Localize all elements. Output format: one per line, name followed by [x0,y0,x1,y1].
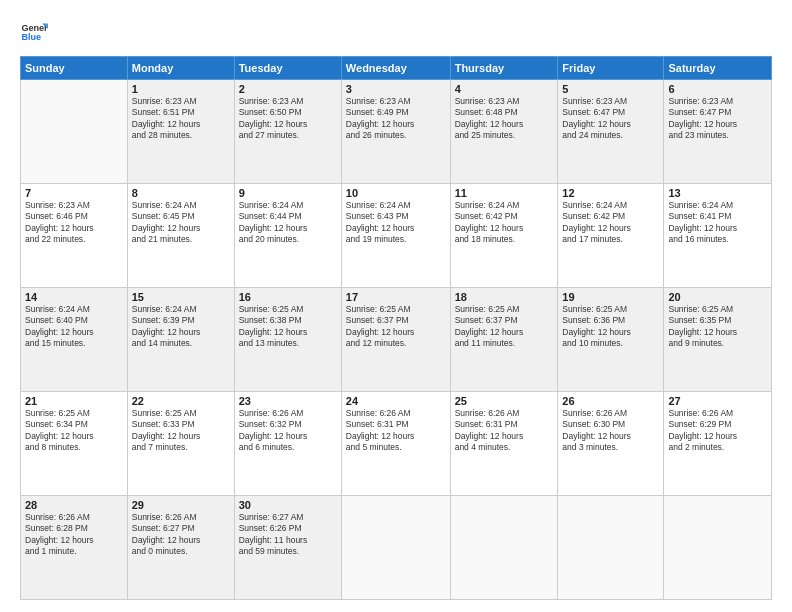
calendar-cell: 12Sunrise: 6:24 AMSunset: 6:42 PMDayligh… [558,184,664,288]
day-number: 27 [668,395,767,407]
calendar-cell [664,496,772,600]
day-info: Sunrise: 6:23 AMSunset: 6:50 PMDaylight:… [239,96,337,142]
day-info: Sunrise: 6:24 AMSunset: 6:44 PMDaylight:… [239,200,337,246]
calendar-cell: 18Sunrise: 6:25 AMSunset: 6:37 PMDayligh… [450,288,558,392]
calendar-cell [558,496,664,600]
calendar-cell: 16Sunrise: 6:25 AMSunset: 6:38 PMDayligh… [234,288,341,392]
week-row-3: 14Sunrise: 6:24 AMSunset: 6:40 PMDayligh… [21,288,772,392]
calendar-cell [341,496,450,600]
day-info: Sunrise: 6:24 AMSunset: 6:39 PMDaylight:… [132,304,230,350]
day-info: Sunrise: 6:27 AMSunset: 6:26 PMDaylight:… [239,512,337,558]
day-number: 8 [132,187,230,199]
calendar-cell: 1Sunrise: 6:23 AMSunset: 6:51 PMDaylight… [127,80,234,184]
day-info: Sunrise: 6:26 AMSunset: 6:28 PMDaylight:… [25,512,123,558]
calendar-cell: 30Sunrise: 6:27 AMSunset: 6:26 PMDayligh… [234,496,341,600]
calendar-cell: 19Sunrise: 6:25 AMSunset: 6:36 PMDayligh… [558,288,664,392]
day-info: Sunrise: 6:24 AMSunset: 6:42 PMDaylight:… [455,200,554,246]
day-number: 9 [239,187,337,199]
calendar-cell: 9Sunrise: 6:24 AMSunset: 6:44 PMDaylight… [234,184,341,288]
day-info: Sunrise: 6:25 AMSunset: 6:37 PMDaylight:… [455,304,554,350]
day-info: Sunrise: 6:26 AMSunset: 6:29 PMDaylight:… [668,408,767,454]
calendar-cell: 24Sunrise: 6:26 AMSunset: 6:31 PMDayligh… [341,392,450,496]
day-number: 19 [562,291,659,303]
day-number: 16 [239,291,337,303]
col-header-sunday: Sunday [21,57,128,80]
day-number: 12 [562,187,659,199]
page-header: General Blue [20,18,772,46]
svg-text:Blue: Blue [21,32,41,42]
day-number: 18 [455,291,554,303]
day-info: Sunrise: 6:25 AMSunset: 6:34 PMDaylight:… [25,408,123,454]
day-number: 22 [132,395,230,407]
calendar-cell: 25Sunrise: 6:26 AMSunset: 6:31 PMDayligh… [450,392,558,496]
day-info: Sunrise: 6:26 AMSunset: 6:32 PMDaylight:… [239,408,337,454]
calendar-cell: 6Sunrise: 6:23 AMSunset: 6:47 PMDaylight… [664,80,772,184]
col-header-thursday: Thursday [450,57,558,80]
day-info: Sunrise: 6:26 AMSunset: 6:27 PMDaylight:… [132,512,230,558]
day-number: 29 [132,499,230,511]
day-info: Sunrise: 6:25 AMSunset: 6:33 PMDaylight:… [132,408,230,454]
day-number: 15 [132,291,230,303]
col-header-monday: Monday [127,57,234,80]
day-info: Sunrise: 6:23 AMSunset: 6:49 PMDaylight:… [346,96,446,142]
day-info: Sunrise: 6:23 AMSunset: 6:51 PMDaylight:… [132,96,230,142]
day-number: 23 [239,395,337,407]
calendar-cell: 21Sunrise: 6:25 AMSunset: 6:34 PMDayligh… [21,392,128,496]
calendar-header: SundayMondayTuesdayWednesdayThursdayFrid… [21,57,772,80]
day-number: 3 [346,83,446,95]
logo-icon: General Blue [20,18,48,46]
col-header-wednesday: Wednesday [341,57,450,80]
day-info: Sunrise: 6:24 AMSunset: 6:40 PMDaylight:… [25,304,123,350]
day-number: 17 [346,291,446,303]
week-row-4: 21Sunrise: 6:25 AMSunset: 6:34 PMDayligh… [21,392,772,496]
col-header-tuesday: Tuesday [234,57,341,80]
day-info: Sunrise: 6:26 AMSunset: 6:31 PMDaylight:… [346,408,446,454]
day-info: Sunrise: 6:24 AMSunset: 6:45 PMDaylight:… [132,200,230,246]
calendar-cell: 2Sunrise: 6:23 AMSunset: 6:50 PMDaylight… [234,80,341,184]
col-header-saturday: Saturday [664,57,772,80]
calendar-cell: 10Sunrise: 6:24 AMSunset: 6:43 PMDayligh… [341,184,450,288]
day-number: 26 [562,395,659,407]
day-info: Sunrise: 6:24 AMSunset: 6:43 PMDaylight:… [346,200,446,246]
day-number: 24 [346,395,446,407]
week-row-5: 28Sunrise: 6:26 AMSunset: 6:28 PMDayligh… [21,496,772,600]
calendar-cell: 7Sunrise: 6:23 AMSunset: 6:46 PMDaylight… [21,184,128,288]
calendar-cell: 4Sunrise: 6:23 AMSunset: 6:48 PMDaylight… [450,80,558,184]
day-number: 1 [132,83,230,95]
calendar-cell: 15Sunrise: 6:24 AMSunset: 6:39 PMDayligh… [127,288,234,392]
calendar-cell: 22Sunrise: 6:25 AMSunset: 6:33 PMDayligh… [127,392,234,496]
day-number: 7 [25,187,123,199]
calendar-cell: 11Sunrise: 6:24 AMSunset: 6:42 PMDayligh… [450,184,558,288]
day-info: Sunrise: 6:23 AMSunset: 6:46 PMDaylight:… [25,200,123,246]
calendar-cell: 26Sunrise: 6:26 AMSunset: 6:30 PMDayligh… [558,392,664,496]
calendar-cell: 27Sunrise: 6:26 AMSunset: 6:29 PMDayligh… [664,392,772,496]
week-row-2: 7Sunrise: 6:23 AMSunset: 6:46 PMDaylight… [21,184,772,288]
calendar-cell: 23Sunrise: 6:26 AMSunset: 6:32 PMDayligh… [234,392,341,496]
calendar-cell [21,80,128,184]
day-info: Sunrise: 6:25 AMSunset: 6:36 PMDaylight:… [562,304,659,350]
calendar-cell: 28Sunrise: 6:26 AMSunset: 6:28 PMDayligh… [21,496,128,600]
day-number: 14 [25,291,123,303]
day-number: 21 [25,395,123,407]
day-info: Sunrise: 6:24 AMSunset: 6:41 PMDaylight:… [668,200,767,246]
day-number: 25 [455,395,554,407]
day-number: 13 [668,187,767,199]
day-number: 6 [668,83,767,95]
calendar-cell: 3Sunrise: 6:23 AMSunset: 6:49 PMDaylight… [341,80,450,184]
calendar-cell: 13Sunrise: 6:24 AMSunset: 6:41 PMDayligh… [664,184,772,288]
calendar-cell: 17Sunrise: 6:25 AMSunset: 6:37 PMDayligh… [341,288,450,392]
day-number: 5 [562,83,659,95]
day-info: Sunrise: 6:26 AMSunset: 6:30 PMDaylight:… [562,408,659,454]
day-info: Sunrise: 6:23 AMSunset: 6:47 PMDaylight:… [562,96,659,142]
day-info: Sunrise: 6:23 AMSunset: 6:47 PMDaylight:… [668,96,767,142]
day-info: Sunrise: 6:25 AMSunset: 6:37 PMDaylight:… [346,304,446,350]
day-number: 20 [668,291,767,303]
day-info: Sunrise: 6:23 AMSunset: 6:48 PMDaylight:… [455,96,554,142]
calendar-cell: 5Sunrise: 6:23 AMSunset: 6:47 PMDaylight… [558,80,664,184]
day-number: 30 [239,499,337,511]
day-number: 10 [346,187,446,199]
day-info: Sunrise: 6:25 AMSunset: 6:35 PMDaylight:… [668,304,767,350]
day-info: Sunrise: 6:26 AMSunset: 6:31 PMDaylight:… [455,408,554,454]
day-number: 11 [455,187,554,199]
calendar-table: SundayMondayTuesdayWednesdayThursdayFrid… [20,56,772,600]
